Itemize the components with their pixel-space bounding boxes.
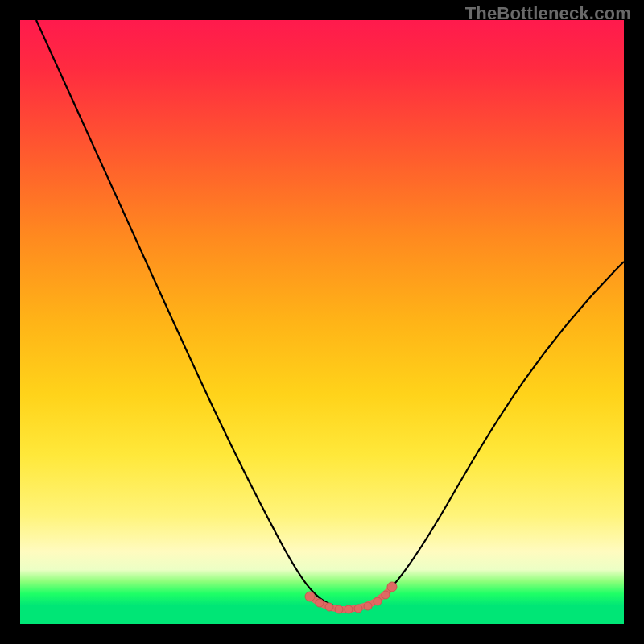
svg-point-9	[387, 582, 397, 592]
bottleneck-curve	[36, 20, 624, 609]
svg-point-8	[382, 591, 390, 599]
svg-point-2	[325, 603, 333, 611]
svg-point-1	[316, 599, 324, 607]
chart-stage: TheBottleneck.com	[0, 0, 644, 644]
svg-point-5	[354, 605, 362, 613]
svg-point-4	[345, 605, 353, 613]
svg-point-6	[364, 602, 372, 610]
chart-svg	[20, 20, 624, 624]
svg-point-7	[374, 597, 382, 605]
plot-area	[20, 20, 624, 624]
svg-point-3	[335, 605, 343, 613]
svg-point-0	[305, 592, 315, 601]
